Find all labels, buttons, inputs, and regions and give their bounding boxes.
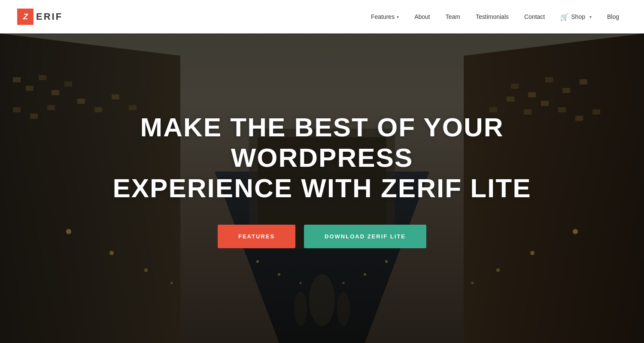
dropdown-arrow-shop: ▾ [589, 15, 592, 19]
hero-title: MAKE THE BEST OF YOUR WORDPRESS EXPERIEN… [86, 112, 558, 204]
download-button[interactable]: DOWNLOAD ZERIF LITE [304, 225, 426, 248]
hero-section: MAKE THE BEST OF YOUR WORDPRESS EXPERIEN… [0, 0, 644, 343]
hero-content: MAKE THE BEST OF YOUR WORDPRESS EXPERIEN… [86, 95, 558, 249]
nav-item-testimonials[interactable]: Testimonials [468, 0, 516, 33]
hero-buttons: FEATURES DOWNLOAD ZERIF LITE [86, 225, 558, 248]
logo-text: ERIF [36, 11, 63, 22]
nav-item-team[interactable]: Team [438, 0, 468, 33]
cart-icon: 🛒 [560, 13, 569, 21]
nav-item-features[interactable]: Features ▾ [363, 0, 407, 33]
logo[interactable]: Z ERIF [17, 9, 63, 25]
dropdown-arrow-features: ▾ [397, 15, 399, 19]
site-header: Z ERIF Features ▾ About Team Testimonial… [0, 0, 644, 33]
nav-item-contact[interactable]: Contact [516, 0, 553, 33]
main-nav: Features ▾ About Team Testimonials Conta… [363, 0, 627, 33]
logo-icon: Z [17, 9, 33, 25]
nav-item-about[interactable]: About [407, 0, 438, 33]
nav-item-blog[interactable]: Blog [599, 0, 627, 33]
nav-item-shop[interactable]: 🛒 Shop ▾ [553, 0, 599, 33]
features-button[interactable]: FEATURES [218, 225, 295, 248]
